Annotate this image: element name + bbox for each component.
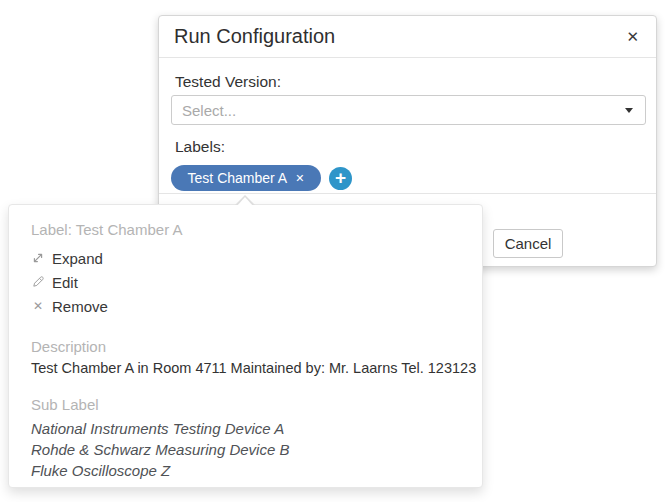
modal-header: Run Configuration ✕ — [159, 16, 656, 58]
modal-title: Run Configuration — [174, 25, 335, 48]
menu-item-edit[interactable]: Edit — [9, 270, 482, 294]
menu-item-remove[interactable]: ✕ Remove — [9, 294, 482, 318]
sub-label-item: National Instruments Testing Device A — [31, 418, 460, 439]
plus-icon: + — [335, 168, 346, 187]
modal-footer-divider — [159, 193, 656, 194]
sub-label-item: Rohde & Schwarz Measuring Device B — [31, 439, 460, 460]
menu-item-expand[interactable]: Expand — [9, 246, 482, 270]
add-label-button[interactable]: + — [329, 167, 352, 190]
tag-remove-icon[interactable]: ✕ — [295, 172, 304, 185]
sub-label-heading: Sub Label — [31, 396, 460, 413]
menu-item-label: Edit — [52, 274, 78, 291]
edit-icon — [31, 275, 45, 289]
close-icon[interactable]: ✕ — [624, 27, 641, 46]
description-heading: Description — [31, 338, 460, 355]
labels-label: Labels: — [175, 138, 225, 156]
expand-icon — [31, 251, 45, 265]
chevron-down-icon — [625, 108, 633, 113]
select-placeholder: Select... — [182, 102, 236, 119]
tested-version-select[interactable]: Select... — [171, 95, 646, 125]
tested-version-label: Tested Version: — [175, 73, 281, 91]
remove-icon: ✕ — [31, 299, 45, 313]
popover-title: Label: Test Chamber A — [31, 221, 460, 238]
cancel-button[interactable]: Cancel — [493, 229, 563, 258]
label-tag-text: Test Chamber A — [188, 170, 288, 186]
cancel-button-label: Cancel — [505, 235, 552, 252]
label-tag-test-chamber-a[interactable]: Test Chamber A ✕ — [171, 165, 321, 191]
label-popover: Label: Test Chamber A Expand Edit ✕ Remo… — [8, 204, 483, 488]
description-text: Test Chamber A in Room 4711 Maintained b… — [31, 360, 460, 376]
sub-label-item: Fluke Oscilloscope Z — [31, 460, 460, 481]
menu-item-label: Expand — [52, 250, 103, 267]
menu-item-label: Remove — [52, 298, 108, 315]
page: Run Configuration ✕ Tested Version: Sele… — [0, 0, 667, 502]
